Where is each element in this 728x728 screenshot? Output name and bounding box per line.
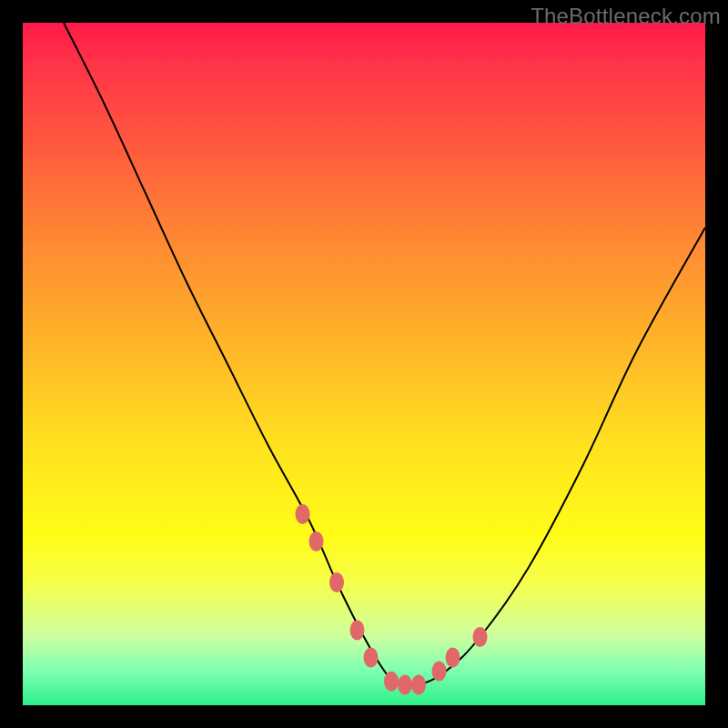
- watermark-text: TheBottleneck.com: [531, 4, 721, 29]
- curve-marker: [296, 504, 310, 524]
- curve-marker: [446, 648, 460, 668]
- curve-marker: [364, 648, 379, 668]
- curve-marker: [432, 662, 447, 682]
- curve-marker: [350, 621, 365, 641]
- curve-marker: [411, 675, 426, 695]
- curve-marker: [398, 675, 412, 695]
- bottleneck-curve-svg: [23, 23, 705, 705]
- chart-plot-area: [23, 23, 705, 705]
- curve-marker-group: [296, 504, 488, 695]
- curve-marker: [384, 672, 399, 692]
- curve-marker: [473, 627, 488, 647]
- bottleneck-curve-line: [64, 23, 705, 687]
- curve-marker: [329, 572, 344, 592]
- curve-marker: [309, 531, 324, 551]
